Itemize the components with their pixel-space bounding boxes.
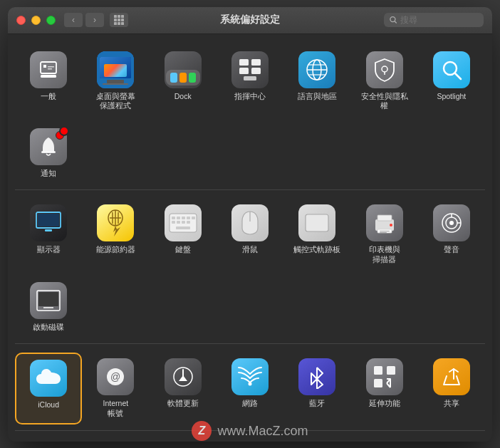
item-displays[interactable]: 顯示器	[15, 199, 82, 270]
svg-rect-5	[48, 66, 54, 68]
icon-startup	[30, 282, 67, 319]
label-extensions: 延伸功能	[369, 399, 400, 409]
svg-rect-15	[251, 68, 261, 74]
label-software: 軟體更新	[167, 399, 199, 409]
label-printers: 印表機與 掃描器	[369, 245, 400, 264]
label-security: 安全性與隱私權	[359, 92, 410, 111]
item-language[interactable]: 語言與地區	[283, 46, 350, 117]
item-network[interactable]: 網路	[217, 353, 283, 424]
item-parental[interactable]: 分級保護控制	[82, 439, 149, 442]
item-extensions[interactable]: 延伸功能	[350, 353, 417, 424]
item-printers[interactable]: 印表機與 掃描器	[350, 199, 417, 270]
item-trackpad[interactable]: 觸控式軌跡板	[283, 199, 350, 270]
label-trackpad: 觸控式軌跡板	[293, 245, 340, 255]
item-energy[interactable]: 能源節約器	[82, 199, 149, 270]
svg-rect-41	[192, 217, 195, 219]
svg-rect-46	[176, 226, 190, 229]
item-mission[interactable]: 指揮中心	[217, 46, 283, 117]
item-internet[interactable]: @ Internet 帳號	[82, 353, 149, 424]
icon-mission	[231, 51, 269, 88]
svg-rect-2	[41, 62, 56, 73]
label-desktop: 桌面與螢幕 保護程式	[96, 92, 135, 111]
item-spotlight[interactable]: Spotlight	[418, 46, 485, 117]
svg-rect-70	[387, 366, 395, 375]
item-desktop[interactable]: 桌面與螢幕 保護程式	[82, 46, 149, 117]
icon-extensions	[366, 358, 403, 395]
item-keyboard[interactable]: 鍵盤	[150, 199, 217, 270]
item-mouse[interactable]: 滑鼠	[217, 199, 283, 270]
icon-displays	[30, 204, 67, 241]
icon-printers	[366, 204, 403, 241]
items-grid-row2: 顯示器 能源節約器 鍵盤 滑鼠 觸控式軌跡板 印表機與 掃描器 聲音 啟動磁碟	[15, 199, 485, 338]
icon-notifications	[30, 128, 67, 165]
icon-spotlight	[433, 51, 470, 88]
items-grid-row3: iCloud @ Internet 帳號 軟體更新 網路 藍牙 延伸功能 共享	[15, 353, 485, 424]
item-dock[interactable]: Dock	[150, 46, 217, 117]
section-row3: iCloud @ Internet 帳號 軟體更新 網路 藍牙 延伸功能 共享	[15, 343, 485, 424]
search-input[interactable]	[400, 15, 478, 25]
label-spotlight: Spotlight	[437, 92, 466, 102]
icon-desktop	[97, 51, 134, 88]
item-datetime[interactable]: 星期日 18 日期與時間	[217, 439, 283, 442]
label-dock: Dock	[175, 92, 192, 102]
item-siri[interactable]: Siri	[150, 439, 217, 442]
svg-rect-30	[45, 229, 52, 231]
svg-line-1	[395, 21, 397, 24]
svg-rect-42	[172, 221, 175, 224]
icon-dock	[165, 51, 202, 88]
item-icloud[interactable]: iCloud	[15, 353, 82, 424]
item-timemachine[interactable]: 時光機	[283, 439, 350, 442]
maximize-button[interactable]	[46, 16, 56, 25]
window-title: 系統偏好設定	[220, 14, 280, 26]
search-box[interactable]	[384, 13, 484, 27]
svg-marker-67	[179, 375, 187, 381]
minimize-button[interactable]	[31, 16, 41, 25]
item-bluetooth[interactable]: 藍牙	[283, 353, 350, 424]
svg-rect-12	[239, 59, 249, 66]
svg-rect-16	[244, 76, 256, 80]
divider-3	[15, 430, 485, 431]
grid-view-button[interactable]	[110, 13, 128, 27]
item-sound[interactable]: 聲音	[418, 199, 485, 270]
forward-button[interactable]: ›	[85, 13, 104, 27]
item-general[interactable]: 一般	[15, 46, 82, 117]
svg-rect-14	[239, 68, 249, 74]
titlebar: ‹ › 系統偏好設定	[8, 7, 492, 34]
svg-rect-6	[48, 68, 52, 70]
svg-rect-44	[182, 221, 185, 224]
section-row4: 使用者與群組 分級保護控制 Siri 星期日 18 日期與時間 時光機 輔助使用	[15, 430, 485, 442]
label-notifications: 通知	[41, 169, 56, 179]
item-users[interactable]: 使用者與群組	[15, 439, 82, 442]
svg-point-52	[390, 224, 392, 226]
item-software[interactable]: 軟體更新	[150, 353, 217, 424]
back-button[interactable]: ‹	[64, 13, 83, 27]
close-button[interactable]	[16, 16, 26, 25]
label-keyboard: 鍵盤	[175, 245, 191, 255]
item-sharing[interactable]: 共享	[418, 353, 485, 424]
traffic-lights	[16, 16, 56, 25]
item-security[interactable]: 安全性與隱私權	[350, 46, 417, 117]
icon-sound	[433, 204, 470, 241]
section-row1: 一般 桌面與螢幕 保護程式 Dock 指揮中心 語言與地區 安全性與隱私權 Sp…	[15, 46, 485, 184]
svg-rect-39	[182, 217, 185, 219]
label-startup: 啟動磁碟	[33, 323, 64, 333]
divider-2	[15, 343, 485, 344]
item-startup[interactable]: 啟動磁碟	[15, 276, 82, 338]
item-notifications[interactable]: 通知	[15, 123, 82, 184]
svg-point-68	[248, 382, 251, 386]
divider-1	[15, 189, 485, 190]
svg-rect-26	[41, 151, 56, 153]
label-energy: 能源節約器	[96, 245, 135, 255]
item-accessibility[interactable]: 輔助使用	[350, 439, 417, 442]
icon-sharing	[433, 358, 470, 395]
search-icon	[390, 16, 397, 24]
svg-point-57	[449, 221, 454, 225]
svg-rect-10	[107, 80, 124, 83]
label-sound: 聲音	[444, 245, 459, 255]
svg-rect-4	[41, 75, 56, 78]
icon-language	[298, 51, 335, 88]
grid-icon	[114, 15, 124, 25]
icon-software	[165, 358, 202, 395]
label-icloud: iCloud	[38, 400, 59, 410]
svg-point-22	[382, 66, 387, 72]
